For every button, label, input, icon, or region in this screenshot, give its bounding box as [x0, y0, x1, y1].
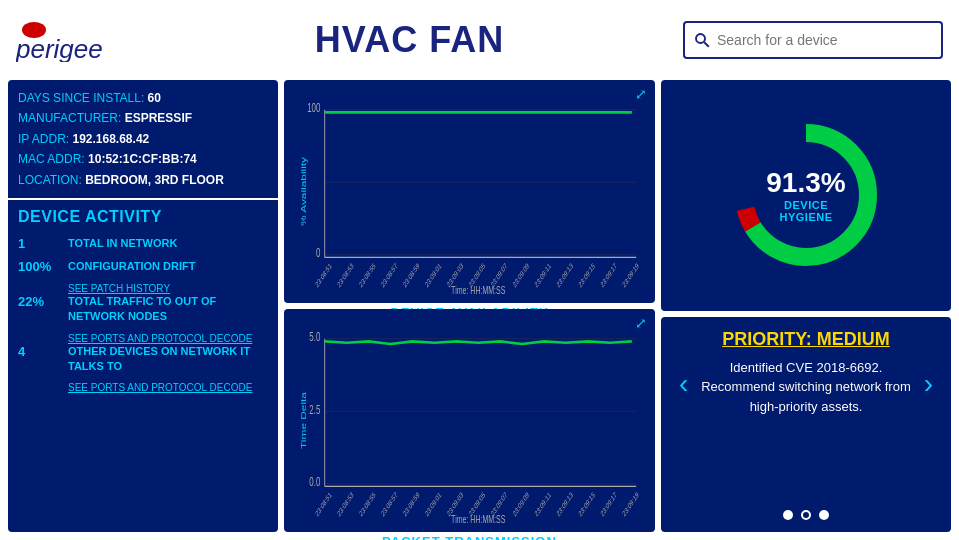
activity-num-1: 1 [18, 236, 58, 251]
activity-num-3: 22% [18, 294, 58, 309]
svg-text:perigee: perigee [16, 34, 103, 62]
packet-chart-title: PACKET TRANSMISSION [294, 534, 645, 540]
priority-nav: ‹ Identified CVE 2018-6692. Recommend sw… [675, 358, 937, 502]
donut-chart: 91.3% DEVICE HYGIENE [726, 115, 886, 275]
svg-text:Time: HH:MM:SS: Time: HH:MM:SS [451, 285, 505, 297]
patch-history-link[interactable]: SEE PATCH HISTORY [68, 283, 268, 294]
activity-num-2: 100% [18, 259, 58, 274]
activity-item-4: 4 OTHER DEVICES ON NETWORK IT TALKS TO [18, 344, 268, 375]
activity-label-1: TOTAL IN NETWORK [68, 236, 177, 251]
packet-expand-icon[interactable]: ⤢ [635, 315, 647, 331]
activity-item-3: 22% TOTAL TRAFFIC TO OUT OF NETWORK NODE… [18, 294, 268, 325]
activity-label-2: CONFIGURATION DRIFT [68, 259, 196, 274]
search-input[interactable] [717, 32, 933, 48]
svg-text:0: 0 [316, 247, 321, 260]
priority-header: PRIORITY: MEDIUM [675, 329, 937, 350]
svg-text:Time Delta: Time Delta [299, 392, 308, 449]
location-info: LOCATION: BEDROOM, 3RD FLOOR [18, 170, 268, 190]
header: perigee HVAC FAN [0, 0, 959, 80]
logo-svg: perigee [16, 18, 136, 62]
search-bar[interactable] [683, 21, 943, 59]
svg-text:5.0: 5.0 [309, 331, 320, 344]
availability-expand-icon[interactable]: ⤢ [635, 86, 647, 102]
hygiene-percent: 91.3% [766, 167, 846, 199]
ip-info: IP ADDR: 192.168.68.42 [18, 129, 268, 149]
svg-text:Time: HH:MM:SS: Time: HH:MM:SS [451, 514, 505, 526]
svg-text:% Availability: % Availability [299, 156, 308, 226]
dot-3[interactable] [819, 510, 829, 520]
availability-chart-card: ⤢ % Availability 100 0 23:08:51 [284, 80, 655, 303]
priority-dots [675, 510, 937, 520]
page-title: HVAC FAN [315, 19, 504, 61]
activity-item-1: 1 TOTAL IN NETWORK [18, 236, 268, 251]
device-info-card: DAYS SINCE INSTALL: 60 MANUFACTURER: ESP… [8, 80, 278, 198]
mac-info: MAC ADDR: 10:52:1C:CF:BB:74 [18, 149, 268, 169]
activity-label-3: TOTAL TRAFFIC TO OUT OF NETWORK NODES [68, 294, 268, 325]
device-activity-card: DEVICE ACTIVITY 1 TOTAL IN NETWORK 100% … [8, 200, 278, 532]
activity-num-4: 4 [18, 344, 58, 359]
svg-text:2.5: 2.5 [309, 403, 320, 416]
left-panel: DAYS SINCE INSTALL: 60 MANUFACTURER: ESP… [8, 80, 278, 532]
ports-protocol-link-1[interactable]: SEE PORTS AND PROTOCOL DECODE [68, 333, 268, 344]
dot-2[interactable] [801, 510, 811, 520]
right-panel: 91.3% DEVICE HYGIENE PRIORITY: MEDIUM ‹ … [661, 80, 951, 532]
prev-arrow[interactable]: ‹ [675, 368, 692, 400]
hygiene-label: 91.3% DEVICE HYGIENE [766, 167, 846, 223]
main-content: DAYS SINCE INSTALL: 60 MANUFACTURER: ESP… [0, 80, 959, 540]
dot-1[interactable] [783, 510, 793, 520]
logo: perigee [16, 18, 136, 62]
priority-text: Identified CVE 2018-6692. Recommend swit… [696, 358, 915, 417]
priority-card: PRIORITY: MEDIUM ‹ Identified CVE 2018-6… [661, 317, 951, 532]
svg-text:100: 100 [307, 102, 320, 115]
center-panel: ⤢ % Availability 100 0 23:08:51 [284, 80, 655, 532]
device-activity-title: DEVICE ACTIVITY [18, 208, 268, 226]
availability-chart-svg: % Availability 100 0 23:08:51 23:08:53 2… [294, 86, 645, 297]
svg-point-2 [696, 34, 705, 43]
manufacturer-info: MANUFACTURER: ESPRESSIF [18, 108, 268, 128]
days-info: DAYS SINCE INSTALL: 60 [18, 88, 268, 108]
next-arrow[interactable]: › [920, 368, 937, 400]
hygiene-card: 91.3% DEVICE HYGIENE [661, 80, 951, 311]
hygiene-sublabel: DEVICE HYGIENE [766, 199, 846, 223]
activity-item-2: 100% CONFIGURATION DRIFT [18, 259, 268, 274]
packet-chart-card: ⤢ Time Delta 5.0 2.5 0.0 23 [284, 309, 655, 532]
svg-line-3 [704, 42, 709, 47]
svg-text:0.0: 0.0 [309, 476, 320, 489]
search-icon [693, 31, 711, 49]
packet-chart-svg: Time Delta 5.0 2.5 0.0 23:08:51 23:08:53… [294, 315, 645, 526]
activity-label-4: OTHER DEVICES ON NETWORK IT TALKS TO [68, 344, 268, 375]
ports-protocol-link-2[interactable]: SEE PORTS AND PROTOCOL DECODE [68, 382, 268, 393]
